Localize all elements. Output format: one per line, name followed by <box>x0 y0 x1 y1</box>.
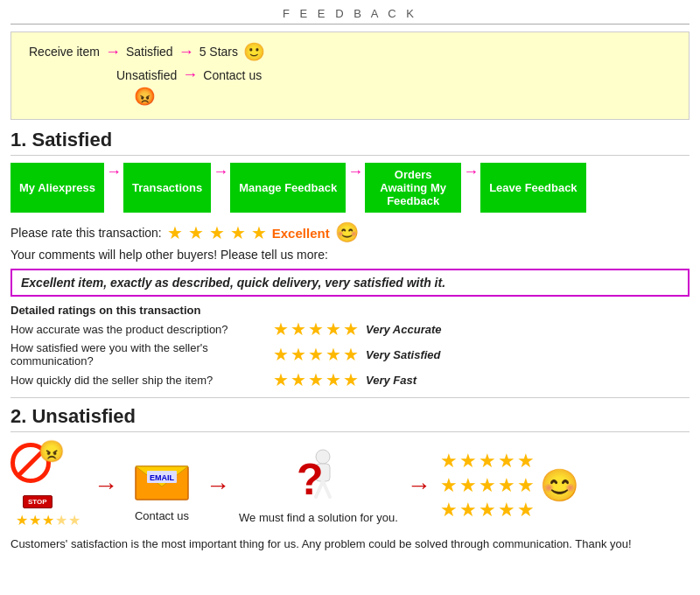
btn-my-aliexpress[interactable]: My Aliexpress <box>10 163 104 213</box>
rating-line: Please rate this transaction: ★ ★ ★ ★ ★ … <box>10 221 690 244</box>
detail-label-1: How satisfied were you with the seller's… <box>10 341 273 368</box>
flow-item-stars-smile: ★ ★ ★ ★ ★ ★ ★ ★ ★ ★ <box>440 450 579 522</box>
ds0-s3: ★ <box>308 318 324 340</box>
flow-box: Receive item → Satisfied → 5 Stars 🙂 Uns… <box>10 32 690 120</box>
flow-line-1: Receive item → Satisfied → 5 Stars 🙂 <box>29 41 671 62</box>
sg-s10: ★ <box>517 474 535 497</box>
star-3: ★ <box>209 222 225 243</box>
ds0-s1: ★ <box>273 318 289 340</box>
stars-row-3: ★ ★ ★ ★ ★ <box>440 499 535 522</box>
ds1-s3: ★ <box>308 344 324 365</box>
sg-s8: ★ <box>479 474 496 497</box>
stars-row-2: ★ ★ ★ ★ ★ <box>440 474 535 497</box>
detail-value-2: Very Fast <box>366 374 416 387</box>
sg-s5: ★ <box>517 450 535 472</box>
rate-label: Please rate this transaction: <box>10 226 162 240</box>
sg-s4: ★ <box>498 450 515 472</box>
ds2-s3: ★ <box>308 369 324 390</box>
sg-s2: ★ <box>459 450 477 472</box>
page-header: F E E D B A C K <box>10 7 690 24</box>
question-icon-block: ? <box>288 446 349 508</box>
svg-line-7 <box>323 481 330 497</box>
contact-us-flow-text: Contact us <box>203 68 262 82</box>
i1s2: ★ <box>29 512 41 528</box>
email-icon-block: EMAIL <box>127 449 197 506</box>
receive-item-text: Receive item <box>29 45 100 59</box>
ds2-s2: ★ <box>290 369 306 390</box>
flow-item-nostop: 😠 STOP ★ ★ ★ ★ ★ <box>10 443 85 528</box>
btn-manage-feedback[interactable]: Manage Feedback <box>230 163 346 213</box>
detail-label-2: How quickly did the seller ship the item… <box>10 374 273 387</box>
flow-item-email: EMAIL Contact us <box>127 449 197 522</box>
svg-text:EMAIL: EMAIL <box>150 473 175 482</box>
sg-s6: ★ <box>440 474 458 497</box>
flow-arrow-3: → <box>407 472 431 500</box>
ds0-s5: ★ <box>343 318 359 340</box>
flow-item-question: ? We must find a solution for you. <box>239 446 398 526</box>
section2-heading: 2. Unsatisfied <box>10 405 690 432</box>
i1s4: ★ <box>55 512 67 528</box>
nav-arrow-3: → <box>347 163 363 213</box>
flow-line-2: Unsatisfied → Contact us <box>116 66 671 84</box>
unsatisfied-flow: 😠 STOP ★ ★ ★ ★ ★ → <box>10 443 690 528</box>
section-satisfied: 1. Satisfied My Aliexpress → Transaction… <box>10 129 690 390</box>
star-4: ★ <box>230 222 246 243</box>
person-question-svg: ? <box>290 446 346 508</box>
arrow-3: → <box>182 66 198 84</box>
ds1-s4: ★ <box>326 344 341 365</box>
btn-leave-feedback[interactable]: Leave Feedback <box>480 163 585 213</box>
stop-sign: STOP <box>23 495 52 508</box>
ds1-s2: ★ <box>290 344 306 365</box>
sg-s1: ★ <box>440 450 458 472</box>
detail-row-2: How quickly did the seller ship the item… <box>10 369 690 390</box>
sg-s12: ★ <box>459 499 477 522</box>
svg-text:?: ? <box>297 455 324 504</box>
flow-arrow-1: → <box>94 472 118 500</box>
arrow-2: → <box>178 43 194 61</box>
nav-arrow-1: → <box>106 163 122 213</box>
ds1-s1: ★ <box>273 344 289 365</box>
stars-smile-block: ★ ★ ★ ★ ★ ★ ★ ★ ★ ★ <box>440 450 579 522</box>
detail-row-0: How accurate was the product description… <box>10 318 690 340</box>
detailed-ratings: Detailed ratings on this transaction How… <box>10 304 690 390</box>
ds2-s5: ★ <box>343 369 359 390</box>
item1-stars: ★ ★ ★ ★ ★ <box>16 512 80 528</box>
ds2-s4: ★ <box>326 369 341 390</box>
footer-text: Customers' satisfaction is the most impo… <box>10 536 690 553</box>
detail-label-0: How accurate was the product description… <box>10 323 273 336</box>
comment-text: Excellent item, exactly as described, qu… <box>21 276 445 290</box>
detail-row-1: How satisfied were you with the seller's… <box>10 341 690 368</box>
unsatisfied-flow-text: Unsatisfied <box>116 68 177 82</box>
star-2: ★ <box>188 222 204 243</box>
arrow-1: → <box>105 43 121 61</box>
happy-emoji-end: 😊 <box>540 467 579 504</box>
envelope-svg: EMAIL <box>131 453 192 501</box>
btn-transactions[interactable]: Transactions <box>123 163 211 213</box>
sg-s15: ★ <box>517 499 535 522</box>
sg-s13: ★ <box>479 499 496 522</box>
unsatisfied-emoji-block: 😡 <box>134 86 671 107</box>
detail-value-1: Very Satisfied <box>366 348 441 361</box>
five-stars-text: 5 Stars <box>200 45 238 59</box>
detail-stars-0: ★ ★ ★ ★ ★ <box>273 318 359 340</box>
nav-buttons-row: My Aliexpress → Transactions → Manage Fe… <box>10 163 690 213</box>
nav-arrow-2: → <box>213 163 228 213</box>
section1-heading: 1. Satisfied <box>10 129 690 156</box>
i1s1: ★ <box>16 512 28 528</box>
i1s3: ★ <box>42 512 54 528</box>
nostop-icon-block: 😠 STOP <box>10 443 85 508</box>
comments-label: Your comments will help other buyers! Pl… <box>10 248 690 262</box>
i1s5: ★ <box>68 512 80 528</box>
solution-label: We must find a solution for you. <box>239 511 398 526</box>
excellent-text: Excellent <box>272 226 330 241</box>
contact-label: Contact us <box>135 509 189 522</box>
frown-emoji: 😡 <box>134 87 156 106</box>
sg-s7: ★ <box>459 474 477 497</box>
detailed-title: Detailed ratings on this transaction <box>10 304 690 317</box>
nav-arrow-4: → <box>463 163 479 213</box>
stars-group: ★ ★ ★ ★ ★ ★ ★ ★ ★ ★ <box>440 450 535 522</box>
satisfied-flow-text: Satisfied <box>126 45 173 59</box>
btn-orders-awaiting[interactable]: Orders Awaiting My Feedback <box>365 163 461 213</box>
ds0-s2: ★ <box>290 318 306 340</box>
sg-s9: ★ <box>498 474 515 497</box>
